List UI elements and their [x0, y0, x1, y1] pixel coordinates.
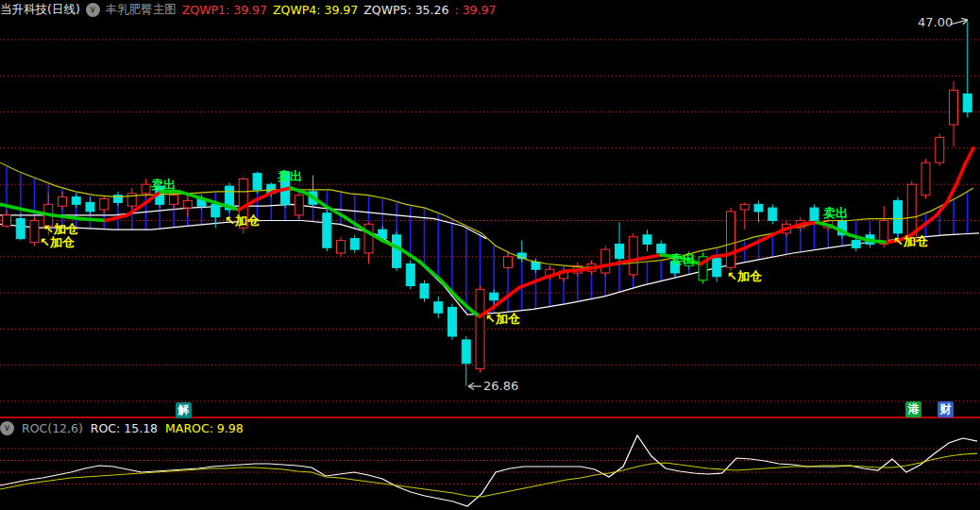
roc-indicator-title: ROC(12,6) — [22, 421, 83, 435]
zqwp5-extra-value: : 39.97 — [454, 3, 496, 17]
zqwp4-value: ZQWP4: 39.97 — [273, 3, 358, 17]
add-position-signal-label: ↖加仓 — [225, 212, 260, 230]
chevron-down-icon[interactable]: ∨ — [86, 3, 100, 17]
add-position-signal-label: ↖加仓 — [727, 268, 762, 285]
indicator-title: 丰乳肥臀主图 — [106, 2, 177, 18]
add-position-signal-label: ↖加仓 — [40, 234, 75, 251]
sell-signal-label: 卖出 — [670, 251, 695, 268]
maroc-value: MAROC: 9.98 — [165, 421, 244, 435]
zqwp5-value: ZQWP5: 35.26 — [363, 3, 448, 17]
roc-panel-header: ∨ ROC(12,6) ROC: 15.18 MAROC: 9.98 — [0, 420, 980, 435]
sell-signal-label: 卖出 — [823, 205, 848, 222]
sell-signal-label: 卖出 — [151, 177, 176, 194]
sell-signal-label: 卖出 — [278, 168, 302, 185]
zqwp1-value: ZQWP1: 39.97 — [182, 3, 267, 17]
news-badge-gang[interactable]: 港 — [905, 401, 921, 417]
add-position-signal-label: ↖加仓 — [485, 311, 520, 328]
trading-terminal: 当升科技(日线) ∨ 丰乳肥臀主图 ZQWP1: 39.97 ZQWP4: 39… — [0, 0, 980, 510]
roc-value: ROC: 15.18 — [91, 421, 158, 435]
chevron-down-icon[interactable]: ∨ — [0, 421, 14, 435]
main-chart-header: 当升科技(日线) ∨ 丰乳肥臀主图 ZQWP1: 39.97 ZQWP4: 39… — [0, 0, 980, 19]
add-position-signal-label: ↖加仓 — [893, 233, 928, 250]
symbol-title: 当升科技(日线) — [0, 2, 80, 18]
price-callout-label: 26.86 — [483, 379, 518, 393]
news-badge-jie[interactable]: 解 — [176, 402, 192, 418]
news-badge-cai[interactable]: 财 — [938, 401, 954, 417]
